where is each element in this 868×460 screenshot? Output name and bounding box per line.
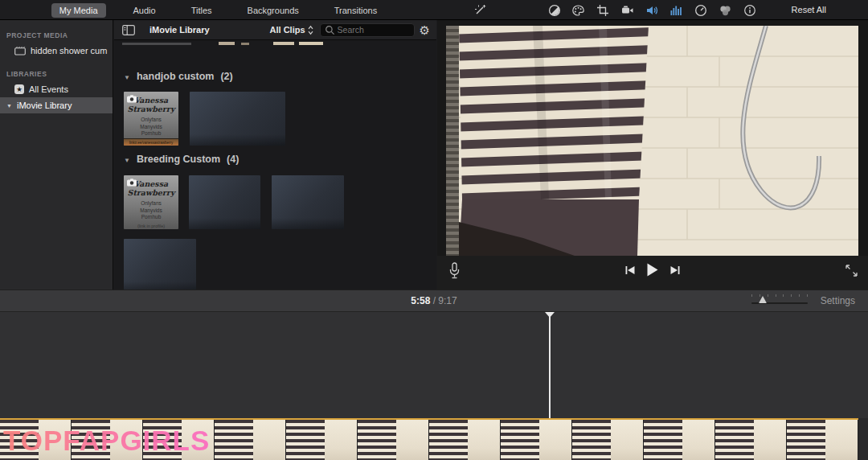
color-balance-icon[interactable] xyxy=(547,3,561,17)
color-palette-icon[interactable] xyxy=(571,3,585,17)
timeline-canvas[interactable] xyxy=(0,311,868,418)
sidebar-item-label: hidden shower cum xyxy=(31,46,107,55)
browser-title: iMovie Library xyxy=(149,25,210,35)
disclosure-triangle-icon[interactable]: ▼ xyxy=(124,74,130,81)
search-icon xyxy=(325,25,335,35)
camera-icon xyxy=(127,95,137,103)
clip-frame xyxy=(787,420,858,460)
clip-thumbnail[interactable] xyxy=(124,239,196,290)
clip-frame xyxy=(286,420,358,460)
gear-icon[interactable]: ⚙ xyxy=(420,24,430,36)
clip-frame xyxy=(429,420,501,460)
microphone-icon[interactable] xyxy=(448,262,461,280)
crop-icon[interactable] xyxy=(596,3,610,17)
skip-forward-button[interactable] xyxy=(669,265,682,276)
card-site: Manyvids xyxy=(140,124,162,131)
site-watermark: TOPFAPGIRLS xyxy=(3,425,210,457)
disclosure-triangle-icon[interactable]: ▼ xyxy=(6,103,12,109)
search-field[interactable] xyxy=(320,23,415,37)
event-title: Breeding Custom xyxy=(137,154,220,165)
clip-speed-icon[interactable] xyxy=(694,3,707,17)
playback-time: 5:58 / 9:17 xyxy=(411,295,457,306)
search-input[interactable] xyxy=(338,25,410,35)
card-name: Strawberry xyxy=(128,105,175,113)
disclosure-triangle-icon[interactable]: ▼ xyxy=(124,157,130,164)
clip-filter-label: All Clips xyxy=(270,25,305,35)
clip-grid: ▼ handjob custom (2) VanessaStrawberry O… xyxy=(114,40,436,290)
adjustment-toolbar: Reset All xyxy=(436,0,868,20)
partial-thumbnail-row xyxy=(114,40,436,47)
player-controls xyxy=(437,256,868,290)
clip-frame xyxy=(715,420,787,460)
auto-enhance-wand-icon[interactable] xyxy=(473,3,487,17)
media-tabs: My Media Audio Titles Backgrounds Transi… xyxy=(0,0,436,20)
clip-frame xyxy=(572,420,644,460)
card-site: Onlyfans xyxy=(140,117,162,124)
settings-button[interactable]: Settings xyxy=(821,295,855,306)
clip-frame xyxy=(644,420,715,460)
play-button[interactable] xyxy=(647,263,659,277)
card-site: Pornhub xyxy=(140,130,162,138)
card-name: Vanessa xyxy=(134,179,168,188)
clip-frame xyxy=(215,420,286,460)
viewer-panel xyxy=(437,20,868,290)
timeline-status-bar: 5:58 / 9:17 Settings xyxy=(0,290,868,311)
playhead-line[interactable] xyxy=(549,314,551,419)
event-clip-count: (4) xyxy=(227,154,239,165)
imovie-window: My Media Audio Titles Backgrounds Transi… xyxy=(0,0,868,460)
card-note: (link in profile) xyxy=(137,224,165,228)
slider-thumb[interactable] xyxy=(759,296,767,303)
project-media-header: PROJECT MEDIA xyxy=(6,31,113,39)
volume-icon[interactable] xyxy=(645,3,659,17)
timeline-zoom-slider[interactable] xyxy=(751,294,808,307)
libraries-sidebar: PROJECT MEDIA hidden shower cum LIBRARIE… xyxy=(0,20,113,290)
event-header[interactable]: ▼ Breeding Custom (4) xyxy=(124,154,239,165)
video-frame-preview xyxy=(446,26,858,256)
sidebar-item-label: iMovie Library xyxy=(17,101,72,110)
sidebar-item-all-events[interactable]: ★ All Events xyxy=(0,81,113,97)
chevron-up-down-icon xyxy=(308,25,313,35)
total-time: 9:17 xyxy=(438,295,457,306)
skip-back-button[interactable] xyxy=(624,265,637,276)
tab-transitions[interactable]: Transitions xyxy=(326,3,385,18)
card-site: Onlyfans xyxy=(140,200,162,207)
tab-backgrounds[interactable]: Backgrounds xyxy=(240,3,307,18)
media-clip-icon xyxy=(14,46,26,55)
clip-info-icon[interactable] xyxy=(743,3,756,17)
sidebar-item-project[interactable]: hidden shower cum xyxy=(0,43,113,59)
event-clip-count: (2) xyxy=(220,71,232,82)
sidebar-toggle-icon[interactable] xyxy=(122,25,135,35)
top-toolbar: My Media Audio Titles Backgrounds Transi… xyxy=(0,0,868,20)
event-title: handjob custom xyxy=(137,71,215,82)
clip-thumbnail-title-card[interactable]: VanessaStrawberry Onlyfans Manyvids Porn… xyxy=(124,175,178,229)
card-name: Strawberry xyxy=(128,188,175,197)
color-filters-icon[interactable] xyxy=(719,3,732,17)
clip-thumbnail[interactable] xyxy=(272,175,344,229)
sidebar-item-label: All Events xyxy=(29,84,68,94)
clip-frame xyxy=(501,420,572,460)
current-time: 5:58 xyxy=(411,295,430,306)
browser-header: iMovie Library All Clips ⚙ xyxy=(114,20,436,40)
video-stabilization-icon[interactable] xyxy=(620,3,634,17)
clip-frame xyxy=(358,420,429,460)
tab-titles[interactable]: Titles xyxy=(183,3,220,18)
clip-filter-dropdown[interactable]: All Clips xyxy=(270,25,313,35)
fullscreen-icon[interactable] xyxy=(845,264,858,277)
camera-icon xyxy=(127,179,137,187)
media-browser: iMovie Library All Clips ⚙ xyxy=(114,20,436,290)
sidebar-item-imovie-library[interactable]: ▼ iMovie Library xyxy=(0,97,113,113)
card-name: Vanessa xyxy=(134,96,168,105)
audio-equalizer-icon[interactable] xyxy=(669,3,683,17)
timeline-track: TOPFAPGIRLS xyxy=(0,418,868,460)
reset-all-button[interactable]: Reset All xyxy=(792,5,826,14)
clip-thumbnail-title-card[interactable]: VanessaStrawberry Onlyfans Manyvids Porn… xyxy=(124,92,178,146)
libraries-header: LIBRARIES xyxy=(6,70,113,78)
card-link-bar: linktr.ee/vanessastrawberry xyxy=(124,138,178,146)
tab-my-media[interactable]: My Media xyxy=(51,3,106,18)
tab-audio[interactable]: Audio xyxy=(125,3,164,18)
clip-thumbnail[interactable] xyxy=(190,92,285,146)
event-header[interactable]: ▼ handjob custom (2) xyxy=(124,71,233,82)
clip-thumbnail[interactable] xyxy=(189,175,260,229)
video-viewer[interactable] xyxy=(446,26,858,256)
card-site: Pornhub xyxy=(140,214,162,221)
